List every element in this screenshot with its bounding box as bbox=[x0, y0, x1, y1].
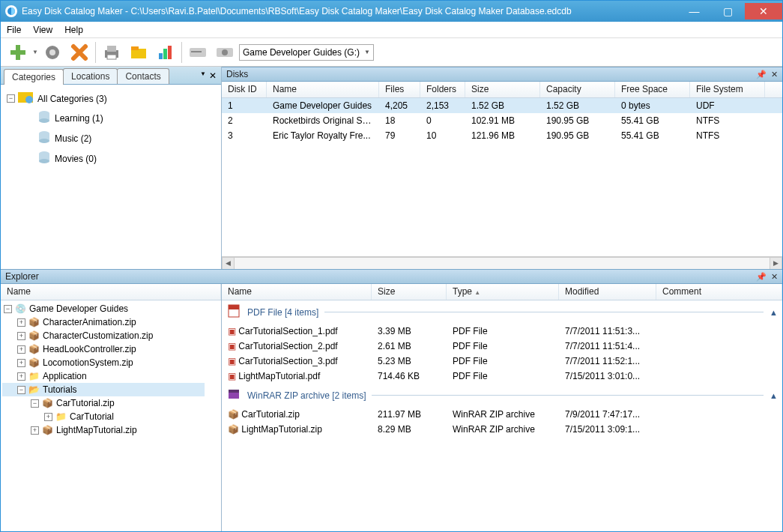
col-modified[interactable]: Modified bbox=[559, 284, 656, 300]
close-button[interactable]: ✕ bbox=[745, 3, 782, 19]
folder-icon: 📁 bbox=[28, 371, 40, 381]
svg-rect-10 bbox=[159, 53, 163, 59]
tree-item[interactable]: LocomotionSystem.zip bbox=[43, 357, 133, 368]
tab-categories[interactable]: Categories bbox=[4, 69, 64, 85]
col-comment[interactable]: Comment bbox=[656, 284, 782, 300]
col-size[interactable]: Size bbox=[372, 284, 447, 300]
group-header[interactable]: WinRAR ZIP archive [2 items] ▲ bbox=[222, 384, 782, 407]
category-item[interactable]: Movies (0) bbox=[37, 148, 218, 169]
drive1-button[interactable] bbox=[185, 40, 211, 65]
expander-icon[interactable]: + bbox=[17, 345, 25, 354]
expander-icon[interactable]: + bbox=[17, 359, 25, 367]
tree-item[interactable]: CarTutorial bbox=[70, 411, 114, 422]
table-row[interactable]: 2Rocketbirds Original So...180102.91 MB1… bbox=[222, 113, 782, 128]
expander-icon[interactable]: + bbox=[31, 426, 39, 435]
scroll-right-icon[interactable]: ▶ bbox=[770, 257, 782, 270]
expander-icon[interactable]: − bbox=[31, 399, 39, 408]
drive-combo[interactable]: Game Developer Guides (G:) ▼ bbox=[239, 44, 374, 61]
collapse-icon[interactable]: ▲ bbox=[770, 308, 778, 317]
scroll-left-icon[interactable]: ◀ bbox=[222, 257, 235, 270]
list-item[interactable]: ▣ CarTutorialSection_2.pdf2.61 MBPDF Fil… bbox=[222, 339, 782, 354]
panel-close-icon[interactable]: ✕ bbox=[771, 70, 778, 79]
list-item[interactable]: ▣ CarTutorialSection_3.pdf5.23 MBPDF Fil… bbox=[222, 354, 782, 369]
pdf-icon: ▣ bbox=[228, 371, 236, 381]
maximize-button[interactable]: ▢ bbox=[711, 3, 745, 19]
tree-item[interactable]: CharacterAnimation.zip bbox=[43, 317, 136, 327]
menubar: File View Help bbox=[1, 22, 782, 38]
col-diskid[interactable]: Disk ID bbox=[222, 82, 267, 97]
delete-button[interactable] bbox=[67, 40, 92, 65]
zip-icon: 📦 bbox=[42, 398, 53, 408]
chart-button[interactable] bbox=[153, 40, 178, 65]
list-item[interactable]: 📦 LightMapTutorial.zip8.29 MBWinRAR ZIP … bbox=[222, 422, 782, 437]
print-button[interactable] bbox=[99, 40, 124, 65]
minimize-button[interactable]: — bbox=[677, 3, 711, 19]
tree-root[interactable]: Game Developer Guides bbox=[29, 303, 128, 314]
pdf-icon: ▣ bbox=[228, 326, 236, 336]
zip-icon: 📦 bbox=[28, 357, 40, 368]
expander-icon[interactable]: + bbox=[17, 318, 25, 327]
disks-table[interactable]: 1Game Developer Guides4,2052,1531.52 GB1… bbox=[222, 98, 782, 269]
category-item[interactable]: Music (2) bbox=[37, 128, 218, 148]
tab-dropdown-icon[interactable]: ▼ bbox=[200, 70, 206, 81]
category-icon bbox=[18, 91, 34, 106]
expander-icon[interactable]: − bbox=[17, 386, 25, 394]
drive2-button[interactable] bbox=[212, 40, 238, 65]
pin-icon[interactable]: 📌 bbox=[756, 70, 767, 79]
expander-icon[interactable]: + bbox=[17, 372, 25, 381]
collapse-icon[interactable]: ▲ bbox=[770, 391, 778, 400]
menu-file[interactable]: File bbox=[7, 25, 21, 35]
col-name[interactable]: Name bbox=[222, 284, 372, 300]
svg-rect-6 bbox=[107, 46, 116, 52]
dropdown-icon[interactable]: ▼ bbox=[32, 49, 38, 55]
expander-icon[interactable]: + bbox=[44, 413, 52, 421]
sidebar-tabs: Categories Locations Contacts ▼ ✕ bbox=[1, 67, 221, 85]
col-name[interactable]: Name bbox=[267, 82, 379, 97]
tab-contacts[interactable]: Contacts bbox=[117, 68, 169, 84]
menu-help[interactable]: Help bbox=[64, 25, 83, 35]
col-free[interactable]: Free Space bbox=[615, 82, 690, 97]
drive-combo-label: Game Developer Guides (G:) bbox=[243, 47, 360, 58]
pdf-icon bbox=[226, 303, 241, 321]
expander-icon[interactable]: − bbox=[4, 305, 12, 313]
category-item[interactable]: Learning (1) bbox=[37, 108, 218, 128]
expander-icon[interactable]: − bbox=[7, 94, 15, 103]
panel-close-icon[interactable]: ✕ bbox=[771, 272, 778, 282]
menu-view[interactable]: View bbox=[33, 25, 52, 35]
file-list[interactable]: PDF File [4 items] ▲ ▣ CarTutorialSectio… bbox=[222, 300, 782, 531]
list-item[interactable]: ▣ LightMapTutorial.pdf714.46 KBPDF File7… bbox=[222, 369, 782, 384]
tab-close-icon[interactable]: ✕ bbox=[209, 70, 217, 81]
tab-locations[interactable]: Locations bbox=[63, 68, 118, 84]
tree-item[interactable]: LightMapTutorial.zip bbox=[56, 425, 137, 435]
pin-icon[interactable]: 📌 bbox=[756, 272, 767, 282]
col-fs[interactable]: File System bbox=[690, 82, 765, 97]
categories-root[interactable]: All Categories (3) bbox=[37, 94, 107, 104]
sort-asc-icon: ▲ bbox=[474, 289, 480, 296]
titlebar: Easy Disk Catalog Maker - C:\Users\Ravi.… bbox=[1, 1, 782, 22]
zip-icon: 📦 bbox=[228, 424, 239, 435]
horizontal-scrollbar[interactable]: ◀ ▶ bbox=[222, 256, 782, 269]
tree-item[interactable]: HeadLookController.zip bbox=[43, 344, 136, 354]
app-icon bbox=[5, 5, 17, 17]
tree-item[interactable]: Application bbox=[43, 371, 87, 381]
exp-col-name[interactable]: Name bbox=[1, 284, 221, 300]
table-row[interactable]: 3Eric Taylor Royalty Fre...7910121.96 MB… bbox=[222, 128, 782, 143]
tree-item[interactable]: CharacterCustomization.zip bbox=[43, 330, 153, 341]
list-item[interactable]: ▣ CarTutorialSection_1.pdf3.39 MBPDF Fil… bbox=[222, 324, 782, 339]
col-type[interactable]: Type ▲ bbox=[447, 284, 559, 300]
explorer-panel-header: Explorer 📌 ✕ bbox=[1, 269, 782, 284]
settings-button[interactable] bbox=[40, 40, 65, 65]
group-header[interactable]: PDF File [4 items] ▲ bbox=[222, 300, 782, 324]
tree-item[interactable]: Tutorials bbox=[43, 384, 77, 395]
add-button[interactable] bbox=[5, 40, 31, 65]
col-size[interactable]: Size bbox=[465, 82, 540, 97]
tree-item[interactable]: CarTutorial.zip bbox=[56, 398, 115, 408]
col-capacity[interactable]: Capacity bbox=[540, 82, 615, 97]
col-folders[interactable]: Folders bbox=[420, 82, 465, 97]
explorer-tree[interactable]: −💿Game Developer Guides +📦CharacterAnima… bbox=[1, 300, 221, 531]
expander-icon[interactable]: + bbox=[17, 332, 25, 340]
col-files[interactable]: Files bbox=[379, 82, 420, 97]
table-row[interactable]: 1Game Developer Guides4,2052,1531.52 GB1… bbox=[222, 98, 782, 113]
browse-button[interactable] bbox=[126, 40, 151, 65]
list-item[interactable]: 📦 CarTutorial.zip211.97 MBWinRAR ZIP arc… bbox=[222, 407, 782, 422]
